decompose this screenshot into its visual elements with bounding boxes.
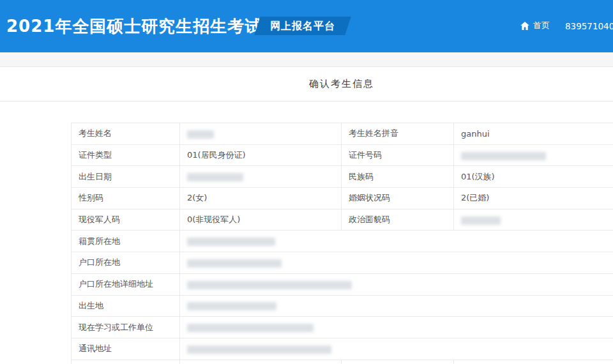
platform-badge: 网上报名平台 <box>254 17 351 35</box>
table-row: 考生姓名考生姓名拼音ganhui <box>72 123 613 145</box>
redacted-value <box>461 216 501 225</box>
redacted-value <box>187 173 243 181</box>
header-nav: 首页 <box>520 20 550 31</box>
section-title-bar: 确认考生信息 <box>0 66 613 102</box>
section-title: 确认考生信息 <box>309 78 374 89</box>
field-label: 民族码 <box>342 166 454 188</box>
page: 2021年全国硕士研究生招生考试 网上报名平台 首页 839571040@ 确认… <box>0 0 613 364</box>
field-label: 现役军人码 <box>72 209 180 231</box>
home-link-label: 首页 <box>533 20 550 31</box>
candidate-info-panel: 考生姓名考生姓名拼音ganhui证件类型01(居民身份证)证件号码出生日期民族码… <box>0 102 613 364</box>
redacted-value <box>187 259 282 268</box>
field-label <box>342 360 454 364</box>
table-row: 出生地 <box>72 295 613 317</box>
field-value <box>454 209 613 231</box>
field-label: 考生姓名拼音 <box>342 123 454 145</box>
field-label: 现在学习或工作单位 <box>72 317 180 338</box>
field-label: 婚姻状况码 <box>342 188 454 209</box>
info-table-body: 考生姓名考生姓名拼音ganhui证件类型01(居民身份证)证件号码出生日期民族码… <box>72 123 613 364</box>
field-label: 证件类型 <box>72 144 180 166</box>
table-row: 出生日期民族码01(汉族) <box>72 166 613 188</box>
field-label: 户口所在地 <box>72 252 180 274</box>
field-label: 通讯地址 <box>72 338 180 360</box>
field-label: 考生姓名 <box>72 123 180 145</box>
field-value <box>180 295 613 317</box>
table-row: 性别码2(女)婚姻状况码2(已婚) <box>72 188 613 209</box>
table-row: 证件类型01(居民身份证)证件号码 <box>72 144 613 166</box>
field-value: 0(非现役军人) <box>180 209 342 231</box>
field-value <box>180 338 613 360</box>
field-value <box>180 360 342 364</box>
field-value: ganhui <box>454 123 613 145</box>
field-label: 政治面貌码 <box>342 209 454 231</box>
field-label: 证件号码 <box>342 144 454 166</box>
field-value: 2(已婚) <box>454 188 613 209</box>
home-link[interactable]: 首页 <box>520 20 550 31</box>
redacted-value <box>187 345 331 354</box>
field-value: 01(居民身份证) <box>180 144 342 166</box>
redacted-value <box>461 152 546 160</box>
field-value: 01(汉族) <box>454 166 613 188</box>
table-row: 通讯地址 <box>72 338 613 360</box>
candidate-info-table: 考生姓名考生姓名拼音ganhui证件类型01(居民身份证)证件号码出生日期民族码… <box>71 123 613 364</box>
field-value <box>454 144 613 166</box>
field-label: 性别码 <box>72 188 180 209</box>
field-value <box>454 360 613 364</box>
platform-badge-label: 网上报名平台 <box>270 17 335 35</box>
redacted-value <box>187 238 275 246</box>
redacted-value <box>187 281 352 289</box>
table-row: 现役军人码0(非现役军人)政治面貌码 <box>72 209 613 231</box>
table-row: 籍贯所在地 <box>72 231 613 252</box>
field-value <box>180 317 613 338</box>
table-row: 户口所在地详细地址 <box>72 273 613 295</box>
field-label: 籍贯所在地 <box>72 231 180 252</box>
site-title: 2021年全国硕士研究生招生考试 <box>6 15 262 38</box>
table-row: 户口所在地 <box>72 252 613 274</box>
field-value <box>180 123 342 145</box>
table-row <box>72 360 613 364</box>
header-spacer <box>0 52 613 66</box>
field-value <box>180 273 613 295</box>
field-value <box>180 166 342 188</box>
redacted-value <box>187 324 314 332</box>
home-icon <box>520 22 529 30</box>
field-label: 出生地 <box>72 295 180 317</box>
field-value <box>180 252 613 274</box>
field-value <box>180 231 613 252</box>
field-value: 2(女) <box>180 188 342 209</box>
field-label <box>72 360 180 364</box>
field-label: 出生日期 <box>72 166 180 188</box>
site-header: 2021年全国硕士研究生招生考试 网上报名平台 首页 839571040@ <box>0 0 613 52</box>
redacted-value <box>187 130 214 139</box>
user-account: 839571040@ <box>565 21 613 31</box>
field-label: 户口所在地详细地址 <box>72 273 180 295</box>
table-row: 现在学习或工作单位 <box>72 317 613 338</box>
redacted-value <box>187 302 276 310</box>
